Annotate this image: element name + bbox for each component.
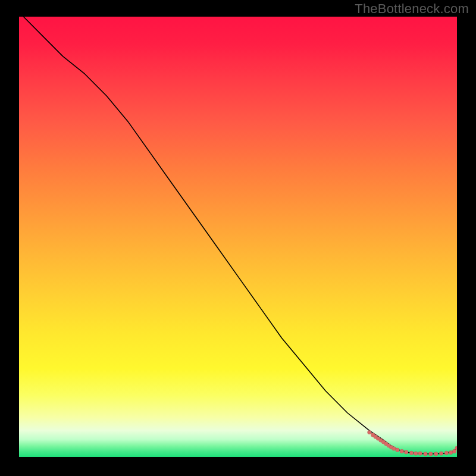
data-point [444, 451, 449, 455]
data-point [404, 450, 408, 455]
chart-frame: TheBottleneck.com [0, 0, 476, 476]
watermark-text: TheBottleneck.com [355, 1, 469, 17]
measurement-points [367, 430, 457, 456]
data-point [409, 451, 414, 455]
plot-overlay [19, 17, 457, 457]
data-point [434, 452, 438, 456]
plot-area [19, 17, 457, 457]
data-point [414, 452, 418, 456]
data-point [400, 449, 404, 453]
bottleneck-curve [23, 17, 457, 454]
data-point [367, 430, 371, 434]
data-point [418, 452, 422, 456]
data-point [396, 448, 400, 452]
data-point [424, 452, 428, 456]
data-point [439, 452, 443, 456]
data-point [428, 452, 433, 456]
